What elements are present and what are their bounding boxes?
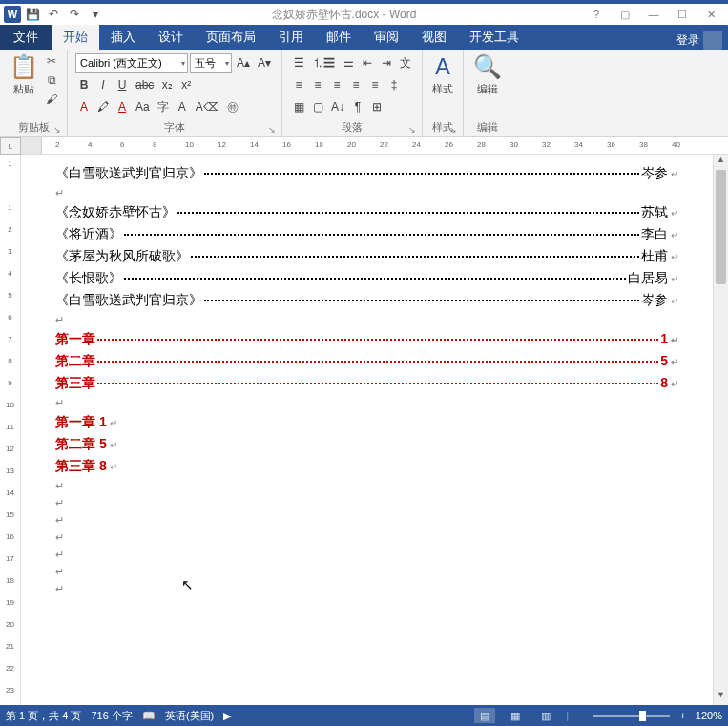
align-center-icon[interactable]: ≡ xyxy=(309,75,326,94)
document-area: 1123456789101112131415161718192021222324… xyxy=(0,155,728,705)
superscript-button[interactable]: x² xyxy=(177,75,195,94)
find-button[interactable]: 🔍 编辑 xyxy=(469,52,506,98)
close-icon[interactable]: ✕ xyxy=(697,5,724,24)
italic-button[interactable]: I xyxy=(94,75,112,94)
align-right-icon[interactable]: ≡ xyxy=(328,75,345,94)
clipboard-launcher-icon[interactable]: ↘ xyxy=(53,125,61,135)
help-icon[interactable]: ? xyxy=(583,5,610,24)
subscript-button[interactable]: x₂ xyxy=(158,75,176,94)
tab-home[interactable]: 开始 xyxy=(52,25,99,50)
qat-customize-icon[interactable]: ▾ xyxy=(86,5,105,24)
web-layout-view-icon[interactable]: ▥ xyxy=(535,708,556,723)
shrink-font-icon[interactable]: A▾ xyxy=(255,53,274,73)
char-border-icon[interactable]: A xyxy=(174,97,191,116)
distributed-icon[interactable]: ≡ xyxy=(366,75,384,94)
scroll-thumb[interactable] xyxy=(716,170,726,284)
ribbon-options-icon[interactable]: ▢ xyxy=(612,5,638,24)
paragraph-mark: ↵ xyxy=(55,480,678,492)
font-size-combo[interactable]: 五号 xyxy=(190,53,232,73)
styles-icon: A xyxy=(435,53,450,80)
change-case-icon[interactable]: Aa xyxy=(133,97,153,116)
zoom-out-button[interactable]: − xyxy=(578,710,584,721)
borders-icon[interactable]: ▢ xyxy=(309,97,326,116)
clear-format-icon[interactable]: A⌫ xyxy=(193,97,222,116)
title-bar: W 💾 ↶ ↷ ▾ 念奴娇赤壁怀古.docx - Word ? ▢ — ☐ ✕ xyxy=(0,0,728,25)
shading-icon[interactable]: ▦ xyxy=(290,97,307,116)
sort-icon[interactable]: A↓ xyxy=(328,97,347,116)
scroll-up-icon[interactable]: ▲ xyxy=(714,155,728,170)
tab-review[interactable]: 审阅 xyxy=(363,25,410,50)
tab-references[interactable]: 引用 xyxy=(267,25,315,50)
snap-grid-icon[interactable]: ⊞ xyxy=(368,97,385,116)
line-spacing-icon[interactable]: ‡ xyxy=(385,75,403,94)
decrease-indent-icon[interactable]: ⇤ xyxy=(359,53,376,73)
group-editing: 🔍 编辑 编辑 xyxy=(464,50,511,136)
toc-entry: 《白雪歌送武判官归京》岑参↵ xyxy=(55,165,678,182)
numbering-icon[interactable]: ⒈☰ xyxy=(309,53,338,73)
clipboard-icon: 📋 xyxy=(10,53,38,80)
group-font: Calibri (西文正文) 五号 A▴ A▾ B I U abc x₂ x² … xyxy=(68,50,282,136)
horizontal-ruler[interactable]: L 246810121416182022242628303234363840 xyxy=(0,137,728,155)
grow-font-icon[interactable]: A▴ xyxy=(234,53,253,73)
text-effects-icon[interactable]: A xyxy=(75,97,93,116)
tab-developer[interactable]: 开发工具 xyxy=(458,25,530,50)
zoom-in-button[interactable]: + xyxy=(679,710,685,721)
increase-indent-icon[interactable]: ⇥ xyxy=(378,53,395,73)
tab-view[interactable]: 视图 xyxy=(410,25,458,50)
zoom-slider[interactable] xyxy=(593,715,670,717)
toc-entry: 《念奴娇赤壁怀古》苏轼↵ xyxy=(55,204,678,221)
group-styles: A 样式 样式↘ xyxy=(423,50,464,136)
underline-button[interactable]: U xyxy=(114,75,131,94)
cut-icon[interactable]: ✂ xyxy=(44,53,59,69)
justify-icon[interactable]: ≡ xyxy=(347,75,364,94)
page-indicator[interactable]: 第 1 页，共 4 页 xyxy=(6,709,81,723)
undo-icon[interactable]: ↶ xyxy=(44,5,63,24)
page-content[interactable]: 《白雪歌送武判官归京》岑参↵↵《念奴娇赤壁怀古》苏轼↵《将近酒》李白↵《茅屋为秋… xyxy=(21,155,713,705)
font-launcher-icon[interactable]: ↘ xyxy=(268,125,276,135)
redo-icon[interactable]: ↷ xyxy=(65,5,84,24)
styles-button[interactable]: A 样式 xyxy=(428,52,457,98)
tab-selector[interactable]: L xyxy=(0,137,21,155)
ribbon-tabs: 文件 开始 插入 设计 页面布局 引用 邮件 审阅 视图 开发工具 登录 xyxy=(0,25,728,50)
bullets-icon[interactable]: ☰ xyxy=(290,53,307,73)
language-indicator[interactable]: 英语(美国) xyxy=(165,709,214,723)
phonetic-guide-icon[interactable]: 字 xyxy=(155,97,172,116)
macro-icon[interactable]: ▶ xyxy=(223,710,231,722)
vertical-scrollbar[interactable]: ▲ ▼ xyxy=(713,155,728,705)
styles-launcher-icon[interactable]: ↘ xyxy=(449,125,457,135)
bold-button[interactable]: B xyxy=(75,75,93,94)
scroll-down-icon[interactable]: ▼ xyxy=(714,690,728,705)
strike-button[interactable]: abc xyxy=(133,75,156,94)
multilevel-icon[interactable]: ⚌ xyxy=(340,53,357,73)
word-app-icon: W xyxy=(4,6,21,23)
maximize-icon[interactable]: ☐ xyxy=(669,5,696,24)
minimize-icon[interactable]: — xyxy=(640,5,667,24)
tab-layout[interactable]: 页面布局 xyxy=(195,25,267,50)
text-direction-icon[interactable]: 文 xyxy=(397,53,414,73)
highlight-icon[interactable]: 🖍 xyxy=(94,97,112,116)
font-name-combo[interactable]: Calibri (西文正文) xyxy=(75,53,188,73)
vertical-ruler[interactable]: 1123456789101112131415161718192021222324 xyxy=(0,155,21,705)
show-marks-icon[interactable]: ¶ xyxy=(349,97,366,116)
save-icon[interactable]: 💾 xyxy=(23,5,42,24)
toc-red-simple: 第二章 5↵ xyxy=(55,436,678,453)
tab-file[interactable]: 文件 xyxy=(0,25,52,50)
paragraph-launcher-icon[interactable]: ↘ xyxy=(408,125,416,135)
print-layout-view-icon[interactable]: ▤ xyxy=(474,708,495,723)
enclose-char-icon[interactable]: ㊕ xyxy=(224,97,241,116)
word-count[interactable]: 716 个字 xyxy=(91,709,132,723)
font-color-icon[interactable]: A xyxy=(114,97,131,116)
paragraph-mark: ↵ xyxy=(55,314,678,326)
read-mode-view-icon[interactable]: ▦ xyxy=(505,708,526,723)
format-painter-icon[interactable]: 🖌 xyxy=(44,92,59,107)
copy-icon[interactable]: ⧉ xyxy=(44,73,59,88)
tab-insert[interactable]: 插入 xyxy=(99,25,147,50)
login-area[interactable]: 登录 xyxy=(671,31,728,50)
tab-design[interactable]: 设计 xyxy=(147,25,195,50)
tab-mail[interactable]: 邮件 xyxy=(315,25,363,50)
spellcheck-icon[interactable]: 📖 xyxy=(142,710,156,722)
editing-group-label: 编辑 xyxy=(477,121,498,133)
align-left-icon[interactable]: ≡ xyxy=(290,75,307,94)
paste-button[interactable]: 📋 粘贴 xyxy=(6,52,42,98)
zoom-level[interactable]: 120% xyxy=(696,710,722,721)
